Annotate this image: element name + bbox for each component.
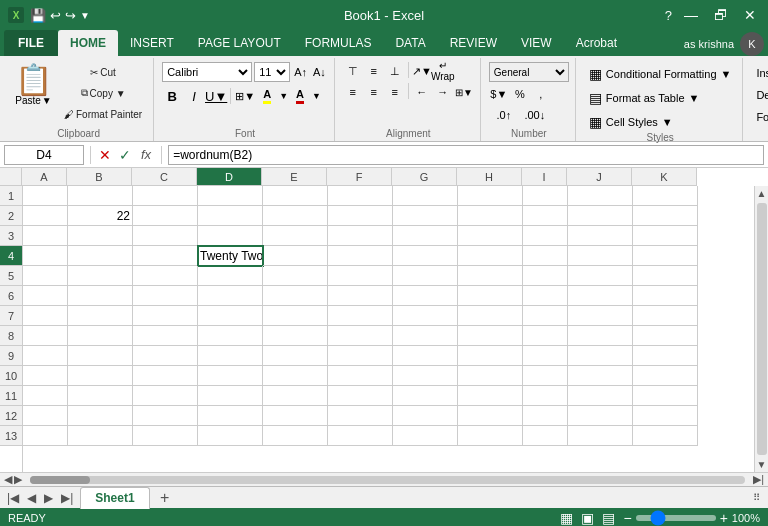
col-header-D[interactable]: D — [197, 168, 262, 186]
cell-C11[interactable] — [133, 386, 198, 406]
align-bottom-button[interactable]: ⊥ — [385, 62, 405, 80]
cell-G2[interactable] — [393, 206, 458, 226]
cell-I2[interactable] — [523, 206, 568, 226]
fill-color-dropdown[interactable]: ▼ — [279, 91, 288, 101]
cell-E1[interactable] — [263, 186, 328, 206]
cell-C13[interactable] — [133, 426, 198, 446]
cell-I11[interactable] — [523, 386, 568, 406]
tab-data[interactable]: DATA — [383, 30, 437, 56]
cell-B9[interactable] — [68, 346, 133, 366]
cell-G11[interactable] — [393, 386, 458, 406]
cell-G6[interactable] — [393, 286, 458, 306]
cell-H6[interactable] — [458, 286, 523, 306]
cell-F8[interactable] — [328, 326, 393, 346]
view-normal-btn[interactable]: ▦ — [560, 510, 573, 526]
row-header-6[interactable]: 6 — [0, 286, 22, 306]
cell-D9[interactable] — [198, 346, 263, 366]
cell-H2[interactable] — [458, 206, 523, 226]
cell-K2[interactable] — [633, 206, 698, 226]
cell-K12[interactable] — [633, 406, 698, 426]
conditional-formatting-button[interactable]: ▦ Conditional Formatting ▼ — [584, 64, 737, 84]
cell-G1[interactable] — [393, 186, 458, 206]
cell-G13[interactable] — [393, 426, 458, 446]
cell-E10[interactable] — [263, 366, 328, 386]
redo-quick-btn[interactable]: ↪ — [65, 8, 76, 23]
cell-E7[interactable] — [263, 306, 328, 326]
row-header-10[interactable]: 10 — [0, 366, 22, 386]
col-header-I[interactable]: I — [522, 168, 567, 186]
cell-F6[interactable] — [328, 286, 393, 306]
number-format-select[interactable]: General — [489, 62, 569, 82]
increase-font-btn[interactable]: A↑ — [292, 66, 309, 78]
cell-F7[interactable] — [328, 306, 393, 326]
row-header-2[interactable]: 2 — [0, 206, 22, 226]
cell-A9[interactable] — [23, 346, 68, 366]
merge-button[interactable]: ⊞▼ — [454, 83, 474, 101]
decrease-indent-button[interactable]: ← — [412, 83, 432, 101]
cell-D2[interactable] — [198, 206, 263, 226]
cell-A1[interactable] — [23, 186, 68, 206]
cell-J7[interactable] — [568, 306, 633, 326]
cell-C2[interactable] — [133, 206, 198, 226]
cell-H1[interactable] — [458, 186, 523, 206]
row-header-1[interactable]: 1 — [0, 186, 22, 206]
cell-H9[interactable] — [458, 346, 523, 366]
conditional-formatting-dropdown[interactable]: ▼ — [721, 68, 732, 80]
increase-decimal-button[interactable]: .0↑ — [489, 106, 519, 124]
row-header-8[interactable]: 8 — [0, 326, 22, 346]
cell-J10[interactable] — [568, 366, 633, 386]
cell-E9[interactable] — [263, 346, 328, 366]
cell-H7[interactable] — [458, 306, 523, 326]
col-header-E[interactable]: E — [262, 168, 327, 186]
cell-A3[interactable] — [23, 226, 68, 246]
wrap-text-button[interactable]: ↵ Wrap — [433, 62, 453, 80]
font-size-select[interactable]: 11 — [254, 62, 290, 82]
cell-G10[interactable] — [393, 366, 458, 386]
cell-C7[interactable] — [133, 306, 198, 326]
cell-E4[interactable] — [263, 246, 328, 266]
cell-J8[interactable] — [568, 326, 633, 346]
format-button[interactable]: Format — [751, 108, 768, 126]
zoom-slider[interactable] — [636, 515, 716, 521]
cell-D10[interactable] — [198, 366, 263, 386]
cell-J5[interactable] — [568, 266, 633, 286]
italic-button[interactable]: I — [184, 87, 204, 105]
h-scroll-track[interactable] — [30, 476, 745, 484]
cell-A11[interactable] — [23, 386, 68, 406]
insert-button[interactable]: Insert — [751, 64, 768, 82]
close-btn[interactable]: ✕ — [740, 7, 760, 23]
format-as-table-button[interactable]: ▤ Format as Table ▼ — [584, 88, 705, 108]
cell-K4[interactable] — [633, 246, 698, 266]
comma-button[interactable]: , — [531, 85, 551, 103]
nav-prev-sheet[interactable]: ◀ — [24, 491, 39, 505]
cell-I4[interactable] — [523, 246, 568, 266]
cell-H8[interactable] — [458, 326, 523, 346]
cell-J3[interactable] — [568, 226, 633, 246]
cell-A13[interactable] — [23, 426, 68, 446]
cell-D8[interactable] — [198, 326, 263, 346]
cell-F9[interactable] — [328, 346, 393, 366]
vertical-scrollbar[interactable]: ▲ ▼ — [754, 186, 768, 472]
cell-I13[interactable] — [523, 426, 568, 446]
cell-E6[interactable] — [263, 286, 328, 306]
cell-H11[interactable] — [458, 386, 523, 406]
cell-I10[interactable] — [523, 366, 568, 386]
customize-quick-btn[interactable]: ▼ — [80, 10, 90, 21]
row-header-12[interactable]: 12 — [0, 406, 22, 426]
cell-K11[interactable] — [633, 386, 698, 406]
cell-G3[interactable] — [393, 226, 458, 246]
cell-H10[interactable] — [458, 366, 523, 386]
cell-D12[interactable] — [198, 406, 263, 426]
cell-J6[interactable] — [568, 286, 633, 306]
cell-G9[interactable] — [393, 346, 458, 366]
cancel-formula-btn[interactable]: ✕ — [97, 147, 113, 163]
nav-first-sheet[interactable]: |◀ — [4, 491, 22, 505]
cell-G5[interactable] — [393, 266, 458, 286]
cell-styles-button[interactable]: ▦ Cell Styles ▼ — [584, 112, 678, 132]
copy-button[interactable]: ⧉ Copy ▼ — [59, 83, 147, 103]
cell-H3[interactable] — [458, 226, 523, 246]
cell-E11[interactable] — [263, 386, 328, 406]
font-color-button[interactable]: A — [290, 87, 310, 105]
scroll-right-btn[interactable]: ▶ — [14, 473, 22, 486]
tab-acrobat[interactable]: Acrobat — [564, 30, 629, 56]
